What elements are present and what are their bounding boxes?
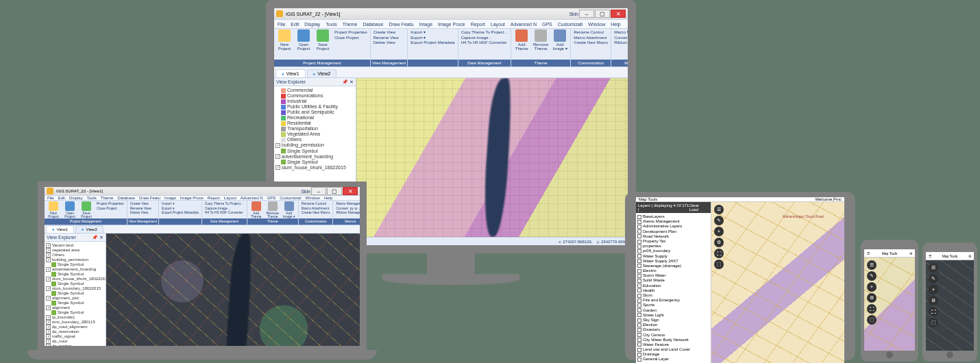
legend-item[interactable]: Recreational [275, 115, 354, 121]
web-layer-item[interactable]: Property Tax [637, 239, 709, 244]
checkbox-icon[interactable] [637, 234, 641, 238]
checkbox-icon[interactable] [637, 254, 641, 258]
ribbon-small-button[interactable]: Convert .py to .pyc [614, 36, 628, 40]
ribbon-button[interactable]: RemoveTheme [532, 29, 550, 60]
ribbon-button[interactable]: AddTheme [513, 29, 530, 60]
map-tool-button[interactable]: ⬚ [929, 318, 938, 327]
web-layer-item[interactable]: pr09_boundary [637, 249, 709, 253]
layer-item[interactable]: Single Symbol [46, 301, 104, 305]
layers-list[interactable]: BaseLayersXtents ManagementAdministrativ… [636, 213, 711, 363]
checkbox-icon[interactable] [637, 299, 641, 303]
checkbox-icon[interactable]: ✓ [46, 267, 51, 272]
menu-window[interactable]: Window [304, 196, 321, 200]
web-layer-item[interactable]: Water Feature [637, 342, 709, 347]
ribbon-small-button[interactable]: H4 To H5 HDF Converter [461, 40, 508, 45]
checkbox-icon[interactable] [637, 259, 641, 263]
checkbox-icon[interactable]: ✓ [46, 334, 51, 339]
web-layer-item[interactable]: Disasters [637, 327, 709, 332]
web-map-canvas[interactable]: ☰✎⌖⚙⛶⬚ Maharshingar Chouk Road [711, 202, 844, 363]
ribbon-small-button[interactable]: Ribbon Manager [336, 211, 360, 215]
web-layer-item[interactable]: Xtents Management [637, 219, 709, 224]
checkbox-icon[interactable] [637, 323, 641, 327]
layer-item[interactable]: ✓advertisement_hoarding [46, 267, 104, 272]
map-tool-button[interactable]: ☰ [867, 260, 877, 270]
ribbon-button[interactable]: RemoveTheme [265, 201, 280, 218]
ribbon-small-button[interactable]: Create View [373, 30, 399, 35]
checkbox-icon[interactable]: ✓ [275, 165, 280, 170]
web-layer-item[interactable]: Health [637, 288, 709, 293]
ribbon-button[interactable]: SaveProject [314, 29, 332, 60]
minimize-button[interactable]: – [579, 10, 594, 18]
tab-view1[interactable]: View1 [275, 69, 306, 77]
web-layer-item[interactable]: Electric [637, 268, 709, 273]
checkbox-icon[interactable] [637, 313, 641, 317]
ribbon-small-button[interactable]: Create New Macro [302, 211, 330, 215]
menu-help[interactable]: Help [323, 196, 334, 200]
web-layer-item[interactable]: Drainage [637, 352, 709, 357]
ribbon-small-button[interactable]: Copy Theme To Project… [461, 30, 508, 35]
maximize-button[interactable]: ▢ [595, 10, 610, 18]
checkbox-icon[interactable] [637, 303, 641, 308]
ribbon-small-button[interactable]: Import ▾ [411, 30, 454, 35]
map-canvas[interactable] [356, 78, 628, 237]
layer-item[interactable]: ✓traffic_signal [46, 334, 104, 339]
layer-item[interactable]: Single Symbol [46, 310, 104, 315]
menu-layout[interactable]: Layout [489, 22, 507, 27]
layer-item[interactable]: Single Symbol [46, 262, 104, 267]
layer-item[interactable]: ✓alignment_plot [46, 296, 104, 301]
ribbon-small-button[interactable]: Copy Theme To Project… [205, 202, 244, 206]
menu-gps[interactable]: GPS [266, 196, 278, 200]
web-layer-item[interactable]: Water Supply [637, 254, 709, 259]
checkbox-icon[interactable] [637, 328, 641, 332]
ribbon-button[interactable]: SaveProject [79, 201, 94, 218]
legend-item[interactable]: Transportation [275, 126, 354, 132]
menu-tools[interactable]: Tools [86, 196, 98, 200]
map-tool-button[interactable]: ⌖ [867, 282, 877, 292]
menu-display[interactable]: Display [302, 22, 322, 27]
menu-adv[interactable]: Advanced N [239, 196, 265, 200]
menu-display[interactable]: Display [68, 196, 84, 200]
checkbox-icon[interactable]: ✓ [46, 253, 51, 258]
checkbox-icon[interactable]: ✓ [46, 325, 51, 329]
web-layer-item[interactable]: BaseLayers [637, 214, 709, 219]
menu-custom[interactable]: Customizati [278, 196, 302, 200]
checkbox-icon[interactable] [637, 284, 641, 288]
web-layer-item[interactable]: Sports [637, 303, 709, 308]
explorer-pin-icon[interactable]: 📌 ✕ [342, 78, 354, 86]
ribbon-button[interactable]: NewProject [275, 29, 293, 60]
ribbon-small-button[interactable]: Rename Control [302, 202, 330, 206]
menu-gps[interactable]: GPS [540, 22, 554, 27]
layer-item[interactable]: ✓dp_reservation [46, 329, 104, 334]
web-layer-item[interactable]: Solid Waste [637, 278, 709, 283]
checkbox-icon[interactable] [637, 294, 641, 298]
menu-report[interactable]: Report [469, 22, 487, 27]
layer-item[interactable]: ✓building_permission [46, 258, 104, 262]
layer-item[interactable]: Single Symbol [46, 281, 104, 286]
checkbox-icon[interactable] [637, 240, 641, 244]
menu-adv[interactable]: Advanced N [509, 22, 539, 27]
checkbox-icon[interactable] [637, 274, 641, 278]
web-layer-item[interactable]: City Census [637, 333, 709, 338]
ribbon-small-button[interactable]: H4 To H5 HDF Converter [205, 211, 244, 215]
minimize-button[interactable]: – [311, 187, 326, 195]
checkbox-icon[interactable] [637, 358, 641, 362]
checkbox-icon[interactable] [637, 215, 641, 219]
web-layer-item[interactable]: Sky Sign [637, 318, 709, 323]
tab-view2[interactable]: View2 [307, 69, 337, 77]
menu-layout[interactable]: Layout [223, 196, 238, 200]
checkbox-icon[interactable] [637, 269, 641, 273]
gear-icon[interactable]: ⚙ [968, 254, 971, 258]
web-layer-item[interactable]: Slum [637, 293, 709, 298]
menu-report[interactable]: Report [206, 196, 221, 200]
layer-item[interactable]: ✓smc_boundary_280115 [46, 320, 104, 325]
ribbon-small-button[interactable]: Macro Manager [336, 202, 360, 206]
menu-image[interactable]: Image [417, 22, 434, 27]
map-tool-button[interactable]: ⬚ [867, 315, 877, 325]
web-layer-item[interactable]: Education [637, 284, 709, 288]
map-canvas[interactable]: ☰✎⌖⚙⛶⬚ [864, 258, 915, 351]
checkbox-icon[interactable]: ✓ [46, 286, 51, 291]
checkbox-icon[interactable] [637, 249, 641, 253]
menu-edit[interactable]: Edit [289, 22, 301, 27]
menu-imageproc[interactable]: Image Proce [179, 196, 205, 200]
load-button[interactable]: Load [689, 208, 698, 212]
